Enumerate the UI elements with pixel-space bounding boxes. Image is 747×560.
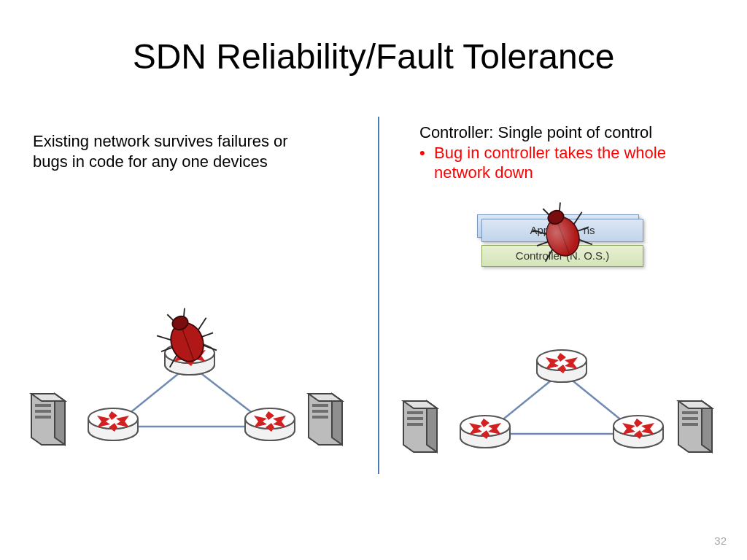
server-icon [31, 394, 65, 445]
bug-icon [529, 201, 595, 266]
left-caption: Existing network survives failures or bu… [33, 131, 310, 171]
right-heading: Controller: Single point of control [419, 122, 711, 143]
server-icon [403, 401, 437, 452]
router-icon [245, 408, 295, 440]
bug-icon [153, 306, 219, 372]
divider-line [378, 117, 379, 474]
router-icon [460, 416, 510, 448]
right-bullet: Bug in controller takes the whole networ… [419, 143, 711, 183]
right-caption: Controller: Single point of control Bug … [419, 122, 711, 183]
router-icon [88, 408, 138, 440]
router-icon [537, 350, 587, 382]
router-icon [614, 416, 663, 448]
right-network [398, 324, 726, 470]
server-icon [678, 401, 712, 452]
slide-title: SDN Reliability/Fault Tolerance [0, 36, 747, 77]
server-icon [309, 394, 342, 445]
page-number: 32 [714, 534, 727, 547]
